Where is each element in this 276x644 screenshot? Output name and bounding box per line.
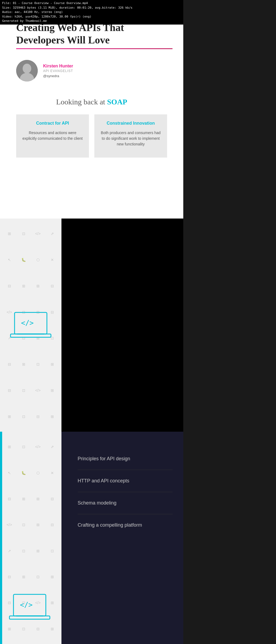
file-info-line1: File: 01 - Course Overview - Course Over…	[2, 1, 181, 6]
slide1: Creating Web APIs That Developers Will L…	[0, 0, 183, 219]
card-innovation: Constrained Innovation Both producers an…	[94, 114, 167, 158]
svg-rect-6	[17, 333, 44, 335]
slide1-title: Creating Web APIs That Developers Will L…	[16, 22, 167, 46]
course-item-4: Crafting a compelling platform	[78, 514, 172, 536]
slide2: ⊞ ⊡ </> ⇗ ↖ 🐛 ⬡ ✕ ⊟ ⊞ ⊞ ⊟ </> ⊡ ⊞ ⊟ ↗ ⊡ …	[0, 219, 183, 432]
card-innovation-body: Both producers and consumers had to do s…	[100, 130, 162, 147]
laptop-icon-center: </>	[9, 310, 52, 340]
course-item-1: Principles for API design	[78, 448, 172, 470]
svg-rect-10	[16, 615, 43, 616]
file-info-line5: Generated by Thumbnail.me	[2, 19, 181, 23]
presenter-name: Kirsten Hunter	[43, 64, 73, 69]
course-item-3: Schema modeling	[78, 492, 172, 514]
slide3-accent-bar	[0, 432, 2, 644]
presenter-section: Kirsten Hunter API EVANGELIST @synedra	[16, 60, 167, 81]
slide3-right-panel: Principles for API design HTTP and API c…	[61, 432, 183, 644]
presenter-info: Kirsten Hunter API EVANGELIST @synedra	[43, 64, 73, 78]
svg-text:</>: </>	[21, 319, 34, 327]
slide3-left-panel: ⊞ ⊡ </> ⇗ ↖ 🐛 ⬡ ✕ ⊟ ⊞ ⊞ ⊟ </> ⊡ ⊞ ⊟ ↗ ⊡ …	[0, 432, 61, 644]
looking-back-section: Looking back at SOAP	[16, 98, 167, 106]
svg-text:</>: </>	[20, 601, 33, 609]
right-sidebar	[183, 0, 276, 644]
course-item-2: HTTP and API concepts	[78, 470, 172, 492]
avatar-image	[16, 60, 38, 81]
slide2-left-panel: ⊞ ⊡ </> ⇗ ↖ 🐛 ⬡ ✕ ⊟ ⊞ ⊞ ⊟ </> ⊡ ⊞ ⊟ ↗ ⊡ …	[0, 219, 61, 432]
file-info-line2: Size: 3259463 bytes (3.11 MiB), duration…	[2, 6, 181, 10]
card-innovation-title: Constrained Innovation	[107, 121, 155, 126]
file-info-bar: File: 01 - Course Overview - Course Over…	[0, 0, 183, 25]
slide3-laptop-icon: </>	[8, 592, 51, 622]
looking-back-prefix: Looking back at	[56, 98, 107, 106]
card-contract: Contract for API Resources and actions w…	[16, 114, 89, 158]
file-info-line3: Audio: aac, 44100 Hz, stereo (eng)	[2, 10, 181, 15]
slide1-divider	[16, 48, 172, 49]
card-contract-body: Resources and actions were explicitly co…	[22, 130, 84, 141]
cards-container: Contract for API Resources and actions w…	[16, 114, 167, 158]
card-contract-title: Contract for API	[36, 121, 69, 126]
file-info-line4: Video: h264, yuv420p, 1280x720, 30.00 fp…	[2, 15, 181, 19]
avatar	[16, 60, 38, 81]
presenter-role: API EVANGELIST	[43, 69, 73, 73]
presenter-handle: @synedra	[43, 74, 73, 78]
soap-highlight: SOAP	[107, 98, 127, 106]
svg-point-1	[23, 64, 31, 73]
slide2-right-panel	[61, 219, 183, 432]
slide3: ⊞ ⊡ </> ⇗ ↖ 🐛 ⬡ ✕ ⊟ ⊞ ⊞ ⊟ </> ⊡ ⊞ ⊟ ↗ ⊡ …	[0, 432, 183, 644]
